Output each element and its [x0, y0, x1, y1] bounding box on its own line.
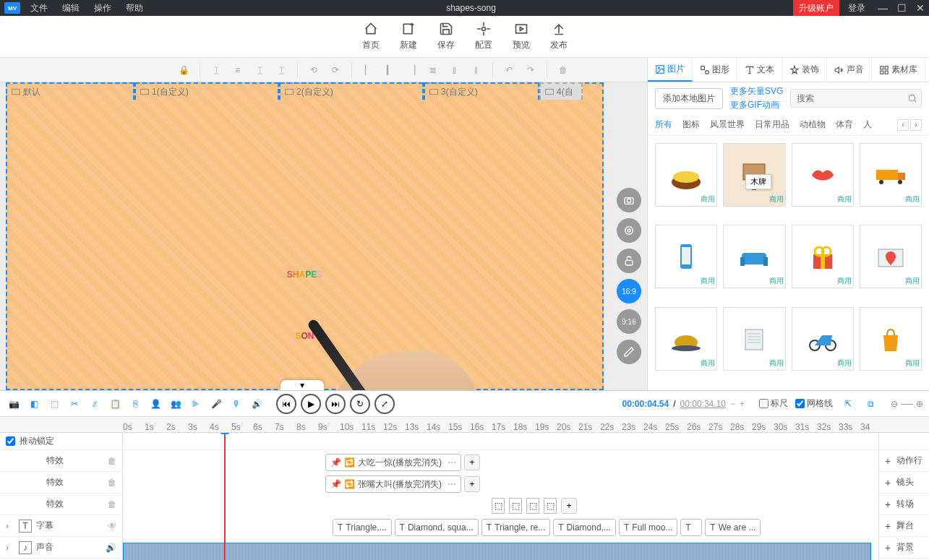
menu-file[interactable]: 文件 [25, 0, 53, 17]
add-bg-row[interactable]: +背景 [879, 537, 929, 559]
align-top-icon[interactable]: ⌶ [206, 61, 226, 79]
delete-track-icon[interactable]: 🗑 [108, 478, 116, 488]
minimize-icon[interactable]: — [874, 2, 891, 14]
home-button[interactable]: 首页 [362, 22, 380, 57]
tl-paste-icon[interactable]: 📋 [107, 396, 123, 412]
tl-copy-icon[interactable]: ⎘ [127, 396, 143, 412]
config-button[interactable]: 配置 [475, 22, 492, 57]
align-center-icon[interactable]: ▎ [380, 61, 400, 79]
menu-action[interactable]: 操作 [88, 0, 117, 17]
scene-tab-1[interactable]: 1(自定义) [134, 82, 279, 100]
cat-people[interactable]: 人 [863, 119, 872, 131]
close-icon[interactable]: ✕ [912, 2, 929, 14]
lock-icon[interactable]: 🔒 [174, 61, 194, 79]
subtitle-clip[interactable]: TDiamond, squa... [395, 519, 479, 536]
maximize-icon[interactable]: ☐ [893, 2, 910, 14]
menu-help[interactable]: 帮助 [120, 0, 149, 17]
ruler-checkbox[interactable]: 标尺 [759, 397, 788, 410]
delete-track-icon[interactable]: 🗑 [108, 456, 116, 466]
more-svg-link[interactable]: 更多矢量SVG [730, 85, 783, 98]
track-area[interactable]: 📌🔁大吃一惊(播放完消失)⋯+ 📌🔁张嘴大叫(播放完消失)⋯+ ⬚⬚⬚⬚+ TT… [123, 433, 878, 560]
add-clip-button[interactable]: + [464, 455, 480, 470]
speaker-track-icon[interactable]: 🔊 [106, 543, 116, 553]
tl-2screen-icon[interactable]: ⧉ [863, 396, 879, 412]
subtitle-clip[interactable]: TTriangle,... [333, 519, 392, 536]
tab-library[interactable]: 素材库 [872, 58, 925, 82]
total-time[interactable]: 00:00:34.10 [680, 399, 726, 409]
login-button[interactable]: 登录 [841, 0, 873, 17]
scene-tab-0[interactable]: 默认 [6, 82, 134, 100]
asset-papers[interactable]: 商用 [723, 307, 785, 371]
expand-icon[interactable]: › [6, 521, 14, 531]
tab-image[interactable]: 图片 [648, 58, 693, 82]
cat-icon[interactable]: 图标 [682, 119, 700, 131]
add-local-image-button[interactable]: 添加本地图片 [655, 88, 723, 109]
cat-animals[interactable]: 动植物 [800, 119, 826, 131]
loop-button[interactable]: ↻ [350, 394, 370, 414]
collapse-canvas-icon[interactable]: ▾ [281, 380, 324, 390]
align-dist-icon[interactable]: ⌶ [271, 61, 291, 79]
asset-noodles[interactable]: 商用 [655, 143, 717, 207]
tl-group-icon[interactable]: 👥 [168, 396, 184, 412]
delete-track-icon[interactable]: 🗑 [108, 499, 116, 509]
prev-button[interactable]: ⏮ [276, 394, 296, 414]
effect-clip-2[interactable]: 📌🔁张嘴大叫(播放完消失)⋯ [325, 475, 461, 493]
flip-h-icon[interactable]: ⟲ [304, 61, 324, 79]
menu-edit[interactable]: 编辑 [56, 0, 85, 17]
add-transition-row[interactable]: +转场 [879, 494, 929, 515]
undo-icon[interactable]: ↶ [499, 61, 519, 79]
asset-map[interactable]: 商用 [860, 225, 922, 288]
zoom-in-icon[interactable]: ⊕ [916, 399, 923, 409]
asset-lips[interactable]: 商用 [792, 143, 854, 207]
unlock-icon[interactable] [617, 249, 641, 273]
ratio-9-16[interactable]: 9:16 [617, 309, 641, 334]
flip-v-icon[interactable]: ⟳ [325, 61, 346, 79]
tl-mic2-icon[interactable]: 🎙 [228, 396, 244, 412]
expand-icon[interactable]: › [6, 543, 14, 553]
cat-prev-icon[interactable]: ‹ [897, 119, 909, 131]
canvas-viewport[interactable]: SHAPES SON [6, 82, 604, 390]
fullscreen-button[interactable]: ⤢ [374, 394, 395, 414]
tl-frame-icon[interactable]: ◧ [26, 396, 42, 412]
grid-checkbox[interactable]: 网格线 [795, 397, 833, 410]
tab-decor[interactable]: 装饰 [782, 58, 827, 82]
more-gif-link[interactable]: 更多GIF动画 [730, 99, 783, 111]
subtitle-clip[interactable]: T [680, 519, 702, 536]
scene-tab-4[interactable]: 4(自 [539, 82, 583, 100]
asset-phone[interactable]: 商用 [655, 225, 717, 288]
tl-cut-icon[interactable]: ✂ [67, 396, 82, 412]
cat-next-icon[interactable]: › [910, 119, 922, 131]
add-clip-button[interactable]: + [561, 498, 577, 514]
ratio-16-9[interactable]: 16:9 [617, 279, 641, 303]
publish-button[interactable]: 发布 [550, 22, 568, 57]
tab-sound[interactable]: 声音 [827, 58, 872, 82]
camera-icon[interactable] [617, 188, 641, 212]
tl-person-icon[interactable]: 👤 [147, 396, 163, 412]
asset-turkey[interactable]: 商用 [655, 307, 717, 371]
playhead[interactable] [224, 433, 226, 560]
save-button[interactable]: 保存 [437, 22, 455, 57]
align-justify-icon[interactable]: ≣ [423, 61, 443, 79]
upgrade-button[interactable]: 升级账户 [793, 0, 839, 17]
align-right-icon[interactable]: ▕ [401, 61, 421, 79]
time-plus-icon[interactable]: + [740, 399, 745, 409]
asset-motorcycle[interactable]: 商用 [792, 307, 854, 371]
tab-shape[interactable]: 图形 [693, 58, 737, 82]
align-left-icon[interactable]: ▏ [358, 61, 378, 79]
pushlock-checkbox[interactable] [6, 436, 15, 446]
subtitle-clip[interactable]: TDiamond,... [553, 519, 616, 536]
next-button[interactable]: ⏭ [325, 394, 346, 414]
add-clip-button[interactable]: + [464, 476, 480, 492]
tl-split-icon[interactable]: ⫽ [87, 396, 103, 412]
effect-clip-1[interactable]: 📌🔁大吃一惊(播放完消失)⋯ [325, 454, 461, 471]
new-button[interactable]: 新建 [400, 22, 417, 57]
visibility-icon[interactable]: 👁 [108, 521, 116, 531]
edit-pen-icon[interactable] [617, 340, 641, 364]
align-bot-icon[interactable]: ⌶ [249, 61, 270, 79]
target-icon[interactable] [617, 218, 641, 243]
delete-icon[interactable]: 🗑 [553, 61, 573, 79]
play-button[interactable]: ▶ [301, 394, 321, 414]
add-lens-row[interactable]: +镜头 [879, 472, 929, 494]
asset-wood-sign[interactable]: 木牌商用 [723, 143, 785, 207]
preview-button[interactable]: 预览 [513, 22, 530, 57]
